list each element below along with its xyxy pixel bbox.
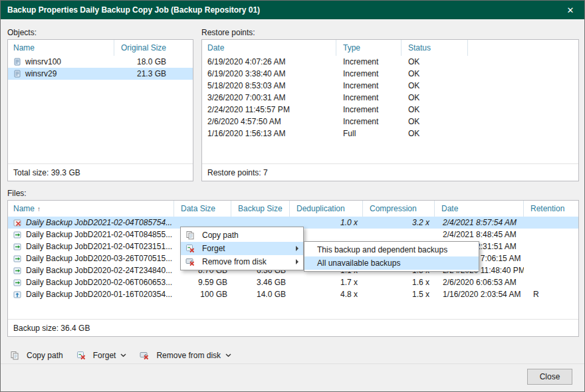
- forget-submenu: This backup and dependent backups All un…: [304, 241, 479, 272]
- toolbar-forget-label: Forget: [93, 351, 116, 360]
- toolbar-forget-button[interactable]: Forget: [76, 351, 127, 360]
- object-row[interactable]: winsrv10018.0 GB: [8, 56, 193, 68]
- file-name-cell: Daily Backup JobD2021-02-04T084855...: [8, 229, 174, 241]
- chevron-down-icon[interactable]: [120, 353, 126, 357]
- file-retention-cell: R: [524, 288, 578, 300]
- restore-points-panel: Date Type Status 6/19/2020 4:07:26 AMInc…: [201, 39, 579, 181]
- files-column-date[interactable]: Date: [435, 201, 524, 217]
- file-name-cell: Daily Backup JobD2020-02-24T234840...: [8, 264, 174, 276]
- file-date-cell: 2/4/2021 8:48:45 AM: [435, 229, 524, 241]
- copy-path-icon: [185, 231, 197, 240]
- menu-item-forget[interactable]: Forget: [181, 242, 303, 255]
- file-backup-size-cell: 3.46 GB: [231, 276, 290, 288]
- rp-column-type[interactable]: Type: [336, 40, 402, 56]
- backup-properties-window: Backup Properties Daily Backup Copy Job …: [0, 0, 585, 392]
- rp-type-cell: Increment: [336, 92, 402, 104]
- rp-column-status[interactable]: Status: [402, 40, 468, 56]
- rp-status-cell: OK: [402, 116, 468, 128]
- remove-from-disk-icon: [140, 351, 149, 360]
- file-date-cell: 2/6/2020 6:06:53 AM: [435, 276, 524, 288]
- toolbar-copy-path-button[interactable]: Copy path: [10, 351, 63, 360]
- objects-panel: Name Original Size winsrv10018.0 GBwinsr…: [7, 39, 193, 181]
- sort-ascending-icon: ↑: [37, 205, 41, 213]
- files-backup-size: Backup size: 36.4 GB: [8, 319, 578, 336]
- file-date-cell: 2/4/2021 8:57:54 AM: [435, 217, 524, 229]
- chevron-down-icon[interactable]: [225, 353, 231, 357]
- files-column-data-size[interactable]: Data Size: [174, 201, 231, 217]
- toolbar-copy-path-label: Copy path: [27, 351, 63, 360]
- objects-label: Objects:: [7, 28, 37, 37]
- close-button[interactable]: Close: [527, 369, 572, 385]
- objects-total-size: Total size: 39.3 GB: [8, 163, 193, 181]
- file-name-cell: Daily Backup JobD2020-01-16T020354...: [8, 288, 174, 300]
- file-retention-cell: [524, 217, 578, 229]
- files-column-retention[interactable]: Retention: [524, 201, 578, 217]
- files-column-name[interactable]: Name ↑: [8, 201, 174, 217]
- rp-date-cell: 2/6/2020 4:57:50 AM: [202, 116, 336, 128]
- file-row[interactable]: Daily Backup JobD2020-01-16T020354...100…: [8, 288, 578, 300]
- toolbar-remove-from-disk-button[interactable]: Remove from disk: [140, 351, 231, 360]
- files-column-deduplication[interactable]: Deduplication: [290, 201, 363, 217]
- restore-point-row[interactable]: 2/6/2020 4:57:50 AMIncrementOK: [202, 116, 578, 128]
- files-column-backup-size[interactable]: Backup Size: [231, 201, 290, 217]
- object-row[interactable]: winsrv2921.3 GB: [8, 68, 193, 80]
- rp-type-cell: Increment: [336, 80, 402, 92]
- restore-point-row[interactable]: 1/16/2020 1:56:13 AMFullOK: [202, 128, 578, 140]
- file-compression-cell: 3.2 x: [363, 217, 435, 229]
- rp-status-cell: OK: [402, 128, 468, 140]
- menu-item-remove-from-disk[interactable]: Remove from disk: [181, 255, 303, 268]
- file-data-size-cell: 9.59 GB: [174, 276, 231, 288]
- restore-point-row[interactable]: 5/18/2020 8:53:03 AMIncrementOK: [202, 80, 578, 92]
- menu-item-copy-path[interactable]: Copy path: [181, 229, 303, 242]
- submenu-item-all-unavailable[interactable]: All unavailable backups: [304, 256, 479, 270]
- file-retention-cell: [524, 252, 578, 264]
- file-row[interactable]: Daily Backup JobD2020-02-06T060653...9.5…: [8, 276, 578, 288]
- files-grid-header: Name ↑ Data Size Backup Size Deduplicati…: [8, 201, 578, 217]
- files-label: Files:: [7, 189, 27, 198]
- file-increment-icon: [13, 254, 23, 263]
- object-name-cell: winsrv29: [8, 68, 114, 80]
- server-icon: [13, 58, 22, 66]
- menu-item-copy-path-label: Copy path: [197, 231, 298, 240]
- restore-point-row[interactable]: 6/19/2020 3:38:40 AMIncrementOK: [202, 68, 578, 80]
- files-column-compression[interactable]: Compression: [363, 201, 435, 217]
- titlebar: Backup Properties Daily Backup Copy Job …: [1, 1, 584, 19]
- restore-point-row[interactable]: 2/24/2020 11:45:57 PMIncrementOK: [202, 104, 578, 116]
- object-name-cell: winsrv100: [8, 56, 114, 68]
- file-data-size-cell: 100 GB: [174, 288, 231, 300]
- submenu-arrow-icon: [296, 259, 298, 264]
- rp-column-date[interactable]: Date: [202, 40, 336, 56]
- forget-icon: [185, 244, 197, 253]
- submenu-item-this-backup[interactable]: This backup and dependent backups: [304, 243, 479, 256]
- context-menu: Copy path Forget Remove from disk: [180, 227, 304, 270]
- rp-date-cell: 6/19/2020 3:38:40 AM: [202, 68, 336, 80]
- file-name-cell: Daily Backup JobD2020-03-26T070515...: [8, 252, 174, 264]
- rp-date-cell: 2/24/2020 11:45:57 PM: [202, 104, 336, 116]
- rp-type-cell: Increment: [336, 104, 402, 116]
- toolbar-remove-from-disk-label: Remove from disk: [156, 351, 221, 360]
- rp-date-cell: 5/18/2020 8:53:03 AM: [202, 80, 336, 92]
- rp-status-cell: OK: [402, 68, 468, 80]
- rp-type-cell: Increment: [336, 68, 402, 80]
- file-increment-icon: [13, 231, 23, 239]
- restore-point-row[interactable]: 3/26/2020 7:00:31 AMIncrementOK: [202, 92, 578, 104]
- file-name-cell: Daily Backup JobD2021-02-04T023151...: [8, 241, 174, 252]
- file-name-cell: Daily Backup JobD2021-02-04T085754...: [8, 217, 174, 229]
- objects-column-original-size[interactable]: Original Size: [114, 40, 193, 56]
- menu-item-forget-label: Forget: [197, 244, 293, 253]
- rp-status-cell: OK: [402, 104, 468, 116]
- objects-column-name[interactable]: Name: [8, 40, 114, 56]
- file-dedup-cell: 4.8 x: [290, 288, 363, 300]
- objects-rows: winsrv10018.0 GBwinsrv2921.3 GB: [8, 56, 193, 163]
- close-icon[interactable]: ✕: [563, 5, 578, 15]
- file-date-cell: 1/16/2020 2:03:54 AM: [435, 288, 524, 300]
- forget-icon: [76, 351, 86, 360]
- restore-points-count: Restore points: 7: [202, 163, 578, 181]
- file-increment-icon: [13, 266, 23, 275]
- files-toolbar: Copy path Forget Remove from disk: [10, 347, 231, 364]
- restore-points-rows: 6/19/2020 4:07:26 AMIncrementOK6/19/2020…: [202, 56, 578, 163]
- restore-points-grid-header: Date Type Status: [202, 40, 578, 56]
- object-size-cell: 18.0 GB: [114, 56, 183, 68]
- restore-point-row[interactable]: 6/19/2020 4:07:26 AMIncrementOK: [202, 56, 578, 68]
- bottom-bar: Close: [1, 363, 584, 391]
